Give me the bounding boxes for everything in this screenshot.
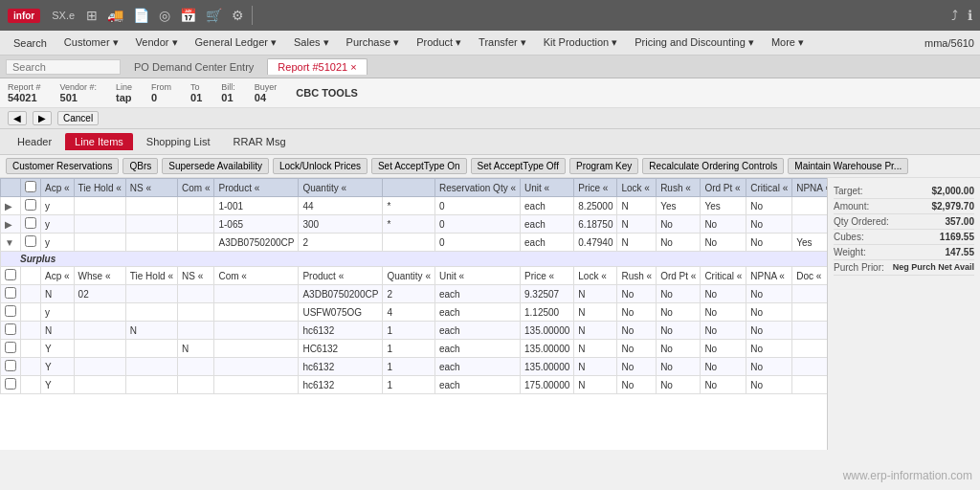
row-checkbox[interactable] xyxy=(25,217,36,229)
sub-col-com[interactable]: Com « xyxy=(214,267,299,285)
sub-row-checkbox[interactable] xyxy=(5,360,16,371)
buyer-label: Buyer xyxy=(255,82,278,92)
menu-search[interactable]: Search xyxy=(6,35,55,51)
row-check[interactable] xyxy=(21,234,41,252)
sub-col-npna[interactable]: NPNA « xyxy=(746,267,792,285)
maintain-warehouse-button[interactable]: Maintain Warehouse Pr... xyxy=(788,158,908,174)
sub-row-checkbox[interactable] xyxy=(5,342,16,353)
back-button[interactable]: ◀ xyxy=(8,111,27,125)
grid-icon[interactable]: ⊞ xyxy=(86,8,98,23)
menu-kit-production[interactable]: Kit Production ▾ xyxy=(536,34,626,51)
sub-col-product[interactable]: Product « xyxy=(299,267,383,285)
gear-icon[interactable]: ⚙ xyxy=(232,8,244,23)
tab-po-demand[interactable]: PO Demand Center Entry xyxy=(124,59,263,75)
sub-col-doc[interactable]: Doc « xyxy=(792,267,827,285)
sub-col-rush[interactable]: Rush « xyxy=(617,267,657,285)
report-number-value: 54021 xyxy=(8,92,41,103)
program-key-button[interactable]: Program Key xyxy=(569,158,638,174)
info-icon[interactable]: ℹ xyxy=(968,8,972,23)
col-ns-header[interactable]: NS « xyxy=(125,179,177,197)
sub-row-checkbox[interactable] xyxy=(5,287,16,299)
col-product-header[interactable]: Product « xyxy=(214,179,299,197)
cart-icon[interactable]: 🛒 xyxy=(206,8,222,23)
sub-row-check[interactable] xyxy=(1,303,21,322)
sub-row-check[interactable] xyxy=(1,340,21,358)
col-acp-header[interactable]: Acp « xyxy=(41,179,75,197)
qbrs-button[interactable]: QBrs xyxy=(122,158,158,174)
menu-transfer[interactable]: Transfer ▾ xyxy=(471,34,534,51)
col-com-header[interactable]: Com « xyxy=(178,179,214,197)
calendar-icon[interactable]: 📅 xyxy=(180,8,196,23)
col-lock-header[interactable]: Lock « xyxy=(617,179,657,197)
menu-general-ledger[interactable]: General Ledger ▾ xyxy=(188,34,285,51)
truck-icon[interactable]: 🚚 xyxy=(107,8,123,23)
sub-col-lock[interactable]: Lock « xyxy=(574,267,617,285)
menu-more[interactable]: More ▾ xyxy=(764,34,812,51)
weight-value: 147.55 xyxy=(945,247,974,257)
row-checkbox[interactable] xyxy=(25,199,36,211)
sub-row-checkbox[interactable] xyxy=(5,305,16,317)
tab-header[interactable]: Header xyxy=(8,133,61,150)
col-tiehold-header[interactable]: Tie Hold « xyxy=(74,179,125,197)
col-quantity-header[interactable]: Quantity « xyxy=(299,179,383,197)
set-accepttype-on-button[interactable]: Set AcceptType On xyxy=(371,158,467,174)
menu-vendor[interactable]: Vendor ▾ xyxy=(128,34,186,51)
row-expand[interactable]: ▶ xyxy=(1,197,21,215)
col-unit-header[interactable]: Unit « xyxy=(521,179,574,197)
sub-col-tiehold[interactable]: Tie Hold « xyxy=(125,267,177,285)
lock-unlock-prices-button[interactable]: Lock/Unlock Prices xyxy=(273,158,368,174)
tab-rrar-msg[interactable]: RRAR Msg xyxy=(224,133,296,150)
col-ordpt-header[interactable]: Ord Pt « xyxy=(701,179,746,197)
forward-button[interactable]: ▶ xyxy=(33,111,52,125)
recalculate-ordering-button[interactable]: Recalculate Ordering Controls xyxy=(642,158,784,174)
document-icon[interactable]: 📄 xyxy=(133,8,149,23)
menu-pricing[interactable]: Pricing and Discounting ▾ xyxy=(627,34,762,51)
row-expand[interactable]: ▼ xyxy=(1,234,21,252)
col-reservationqty-header[interactable]: Reservation Qty « xyxy=(434,179,520,197)
menu-purchase[interactable]: Purchase ▾ xyxy=(339,34,408,51)
sub-row-check[interactable] xyxy=(1,376,21,394)
sub-col-acp2[interactable]: Acp « xyxy=(41,267,75,285)
menu-customer[interactable]: Customer ▾ xyxy=(56,34,126,51)
sub-col-price[interactable]: Price « xyxy=(521,267,574,285)
row-check[interactable] xyxy=(21,215,41,234)
sub-row-check[interactable] xyxy=(1,358,21,376)
menu-sales[interactable]: Sales ▾ xyxy=(286,34,337,51)
col-price-header[interactable]: Price « xyxy=(574,179,617,197)
sub-col-ns[interactable]: NS « xyxy=(178,267,214,285)
amount-label: Amount: xyxy=(834,201,869,212)
menu-product[interactable]: Product ▾ xyxy=(409,34,469,51)
sub-col-check[interactable] xyxy=(1,267,21,285)
sub-row-checkbox[interactable] xyxy=(5,378,16,390)
sub-col-whse[interactable]: Whse « xyxy=(74,267,125,285)
row-expand[interactable]: ▶ xyxy=(1,215,21,234)
tab-line-items[interactable]: Line Items xyxy=(65,133,133,150)
sub-row-check[interactable] xyxy=(1,285,21,303)
customer-reservations-button[interactable]: Customer Reservations xyxy=(6,158,119,174)
share-icon[interactable]: ⤴ xyxy=(951,8,958,23)
sub-select-all[interactable] xyxy=(5,269,16,280)
cancel-button[interactable]: Cancel xyxy=(57,111,99,125)
sub-col-unit[interactable]: Unit « xyxy=(434,267,520,285)
sub-row-checkbox[interactable] xyxy=(5,323,16,335)
supersede-availability-button[interactable]: Supersede Availability xyxy=(162,158,269,174)
sub-col-ordpt[interactable]: Ord Pt « xyxy=(657,267,701,285)
select-all-checkbox[interactable] xyxy=(25,181,36,192)
search-input[interactable] xyxy=(6,59,121,75)
sub-col-quantity[interactable]: Quantity « xyxy=(383,267,435,285)
row-check[interactable] xyxy=(21,197,41,215)
sub-row-quantity: 1 xyxy=(383,376,435,394)
data-table-wrap[interactable]: Acp « Tie Hold « NS « Com « Product « Qu… xyxy=(0,178,827,450)
sub-row-check[interactable] xyxy=(1,322,21,340)
tab-shopping-list[interactable]: Shopping List xyxy=(137,133,220,150)
set-accepttype-off-button[interactable]: Set AcceptType Off xyxy=(471,158,566,174)
tab-report[interactable]: Report #51021 × xyxy=(267,58,367,75)
row-reservation-qty: 0 xyxy=(434,234,520,252)
row-checkbox[interactable] xyxy=(25,235,36,247)
circle-icon[interactable]: ◎ xyxy=(159,8,170,23)
col-rush-header[interactable]: Rush « xyxy=(657,179,701,197)
sub-col-critical[interactable]: Critical « xyxy=(701,267,746,285)
sub-row-price: 135.00000 xyxy=(521,340,574,358)
col-critical-header[interactable]: Critical « xyxy=(746,179,792,197)
col-npna-header[interactable]: NPNA ⚙ xyxy=(792,179,827,197)
